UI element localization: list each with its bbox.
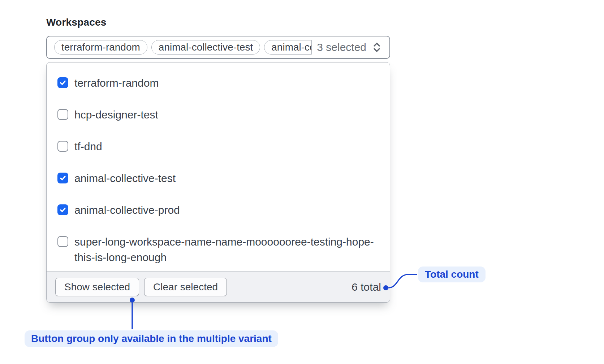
option-row[interactable]: hcp-designer-test — [47, 99, 390, 131]
option-row[interactable]: super-long-workspace-name-name-moooooore… — [47, 226, 390, 271]
selected-pill: animal-collective-test — [151, 40, 260, 55]
super-select-demo: Workspaces terraform-random animal-colle… — [0, 0, 604, 364]
checkbox[interactable] — [57, 109, 68, 120]
selected-count: 3 selected — [317, 41, 366, 53]
option-row[interactable]: tf-dnd — [47, 131, 390, 162]
total-count-callout: Total count — [418, 266, 486, 282]
checkmark-icon — [59, 79, 66, 86]
options-listbox: terraform-random hcp-designer-test tf-dn… — [47, 62, 390, 271]
button-group-callout-label: Button group only available in the multi… — [31, 333, 272, 344]
listbox-footer: Show selected Clear selected 6 total — [47, 271, 390, 302]
option-label: terraform-random — [74, 75, 159, 91]
checkmark-icon — [59, 206, 66, 213]
clear-selected-button[interactable]: Clear selected — [144, 278, 227, 296]
checkbox[interactable] — [57, 236, 68, 247]
checkbox[interactable] — [57, 204, 68, 215]
option-label: animal-collective-test — [74, 170, 176, 186]
option-row[interactable]: animal-collective-test — [47, 162, 390, 194]
multiselect-trigger[interactable]: terraform-random animal-collective-test … — [46, 36, 390, 59]
dropdown-panel: terraform-random hcp-designer-test tf-dn… — [46, 62, 390, 303]
checkmark-icon — [59, 174, 66, 182]
total-count-connector-line — [388, 274, 417, 288]
option-label: super-long-workspace-name-name-moooooore… — [74, 234, 379, 265]
chevron-up-down-icon — [371, 41, 382, 54]
selected-pill: terraform-random — [54, 40, 147, 55]
selected-pill-label: animal-collective-prod — [271, 42, 312, 53]
selected-pill-clipped: animal-collective-prod — [264, 40, 312, 55]
option-label: tf-dnd — [74, 139, 102, 154]
selected-pill-label: terraform-random — [61, 42, 140, 53]
option-label: animal-collective-prod — [74, 202, 180, 218]
workspaces-label: Workspaces — [46, 17, 106, 28]
total-count-callout-label: Total count — [425, 269, 479, 280]
option-row[interactable]: animal-collective-prod — [47, 194, 390, 226]
button-group-callout: Button group only available in the multi… — [25, 330, 278, 347]
option-label: hcp-designer-test — [74, 107, 158, 122]
checkbox[interactable] — [57, 141, 68, 152]
checkbox[interactable] — [57, 77, 68, 88]
show-selected-button[interactable]: Show selected — [55, 278, 139, 296]
option-row[interactable]: terraform-random — [47, 67, 390, 99]
total-count-text: 6 total — [351, 281, 381, 293]
checkbox[interactable] — [57, 173, 68, 183]
selected-pill-label: animal-collective-test — [159, 42, 253, 53]
